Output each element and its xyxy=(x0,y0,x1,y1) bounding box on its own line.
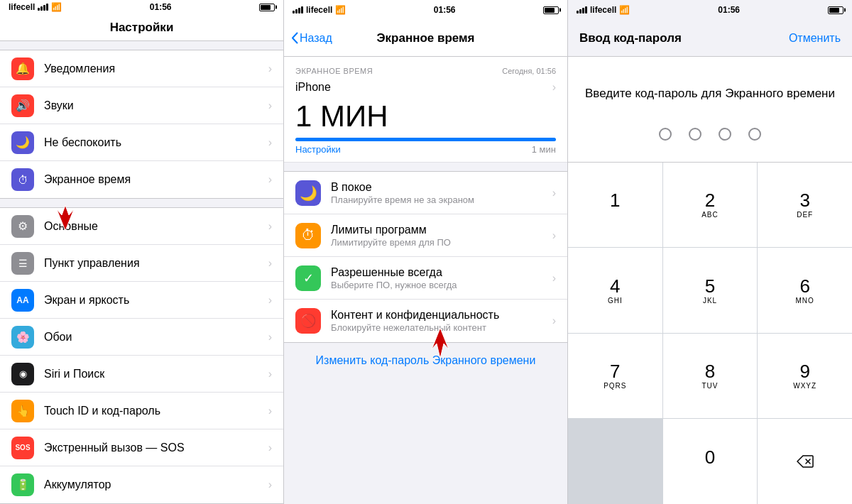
settings-item-general[interactable]: ⚙ Основные › xyxy=(0,208,283,245)
wallpaper-glyph: 🌸 xyxy=(16,331,30,344)
progress-bar xyxy=(295,138,556,141)
dnd-label: Не беспокоить xyxy=(44,136,268,149)
wifi-icon-2: 📶 xyxy=(335,5,346,15)
key-empty xyxy=(568,419,662,504)
settings-item-wallpaper[interactable]: 🌸 Обои › xyxy=(0,319,283,356)
passcode-dot-4 xyxy=(748,128,761,141)
carrier-3: lifecell xyxy=(590,5,616,15)
sos-glyph: SOS xyxy=(15,444,30,451)
chevron-icon: › xyxy=(552,272,556,285)
sounds-glyph: 🔊 xyxy=(16,99,30,112)
screentime-icon: ⏱ xyxy=(11,168,34,191)
chevron-icon: › xyxy=(268,442,272,454)
nav-bar-1: Настройки xyxy=(0,14,283,41)
contentprivacy-text: Контент и конфиденциальность Блокируйте … xyxy=(331,309,552,333)
status-right-3 xyxy=(828,6,843,14)
alwaysallowed-title: Разрешенные всегда xyxy=(331,266,552,279)
chevron-left-icon xyxy=(291,32,298,44)
key-8[interactable]: 8 TUV xyxy=(663,334,758,419)
device-name: iPhone xyxy=(295,81,331,94)
key-4-letters: GHI xyxy=(608,297,623,305)
passcode-dot-3 xyxy=(719,128,731,141)
key-3[interactable]: 3 DEF xyxy=(758,163,852,248)
status-bar-2: lifecell 📶 01:56 xyxy=(284,0,567,20)
change-code-link[interactable]: Изменить код-пароль Экранного времени xyxy=(316,354,536,366)
menu-item-downtime[interactable]: 🌙 В покое Планируйте время не за экраном… xyxy=(284,172,567,214)
device-row[interactable]: iPhone › xyxy=(295,81,556,97)
back-button[interactable]: Назад xyxy=(291,32,332,45)
section-label: ЭКРАННОЕ ВРЕМЯ xyxy=(295,67,373,75)
status-right-1 xyxy=(259,4,275,11)
delete-icon xyxy=(797,455,814,468)
passcode-nav: Ввод код-пароля Отменить xyxy=(568,20,852,57)
downtime-glyph: 🌙 xyxy=(300,185,317,202)
wifi-icon-1: 📶 xyxy=(51,2,62,12)
wallpaper-icon: 🌸 xyxy=(11,326,34,349)
key-0-num: 0 xyxy=(705,448,715,466)
settings-item-sounds[interactable]: 🔊 Звуки › xyxy=(0,87,283,124)
chevron-icon: › xyxy=(268,220,272,233)
passcode-dots xyxy=(568,128,852,141)
time-display: 1 МИН xyxy=(295,99,556,133)
key-delete[interactable] xyxy=(758,419,852,504)
settings-item-dnd[interactable]: 🌙 Не беспокоить › xyxy=(0,124,283,161)
screentime-panel: lifecell 📶 01:56 Назад Экранное время ЭК… xyxy=(284,0,568,504)
settings-group-2: ⚙ Основные › ☰ Пункт управления › AA Экр… xyxy=(0,207,283,504)
menu-item-contentprivacy[interactable]: 🚫 Контент и конфиденциальность Блокируйт… xyxy=(284,300,567,342)
key-9-letters: WXYZ xyxy=(793,382,816,390)
settings-item-siri[interactable]: ◉ Siri и Поиск › xyxy=(0,356,283,393)
screentime-glyph: ⏱ xyxy=(18,174,28,186)
touchid-label: Touch ID и код-пароль xyxy=(44,405,268,417)
menu-item-alwaysallowed[interactable]: ✓ Разрешенные всегда Выберите ПО, нужное… xyxy=(284,257,567,300)
key-5-num: 5 xyxy=(705,277,715,295)
alwaysallowed-glyph: ✓ xyxy=(303,270,314,286)
key-0[interactable]: 0 xyxy=(663,419,758,504)
menu-item-applimits[interactable]: ⏱ Лимиты программ Лимитируйте время для … xyxy=(284,214,567,257)
key-6-num: 6 xyxy=(799,277,809,295)
signal-bars-1 xyxy=(38,4,48,11)
dnd-icon: 🌙 xyxy=(11,131,34,154)
settings-item-screentime[interactable]: ⏱ Экранное время › xyxy=(0,161,283,198)
key-3-letters: DEF xyxy=(797,211,813,219)
key-7[interactable]: 7 PQRS xyxy=(568,334,662,419)
settings-item-battery[interactable]: 🔋 Аккумулятор › xyxy=(0,466,283,503)
notifications-glyph: 🔔 xyxy=(16,62,30,75)
key-1[interactable]: 1 xyxy=(568,163,662,248)
device-chevron: › xyxy=(552,81,556,94)
battery-icon-3 xyxy=(828,6,843,14)
chevron-icon: › xyxy=(268,405,272,417)
screentime-header: ЭКРАННОЕ ВРЕМЯ Сегодня, 01:56 iPhone › 1… xyxy=(284,57,567,163)
notifications-icon: 🔔 xyxy=(11,57,34,80)
settings-item-sos[interactable]: SOS Экстренный вызов — SOS › xyxy=(0,429,283,466)
status-bar-1: lifecell 📶 01:56 xyxy=(0,0,283,14)
applimits-icon: ⏱ xyxy=(295,223,321,248)
chevron-icon: › xyxy=(268,173,272,186)
settings-item-display[interactable]: AA Экран и яркость › xyxy=(0,282,283,319)
dnd-glyph: 🌙 xyxy=(16,136,30,149)
display-label: Экран и яркость xyxy=(44,294,268,307)
screentime-label: Экранное время xyxy=(44,173,268,186)
status-left-2: lifecell 📶 xyxy=(293,5,346,15)
key-4[interactable]: 4 GHI xyxy=(568,248,662,333)
key-5[interactable]: 5 JKL xyxy=(663,248,758,333)
settings-item-notifications[interactable]: 🔔 Уведомления › xyxy=(0,50,283,87)
key-1-letters xyxy=(613,211,616,219)
screentime-menu: 🌙 В покое Планируйте время не за экраном… xyxy=(284,171,567,343)
key-2[interactable]: 2 ABC xyxy=(663,163,758,248)
applimits-text: Лимиты программ Лимитируйте время для ПО xyxy=(331,224,552,248)
status-right-2 xyxy=(543,6,559,14)
passcode-cancel-button[interactable]: Отменить xyxy=(789,32,841,45)
chevron-icon: › xyxy=(268,62,272,75)
key-7-num: 7 xyxy=(610,362,620,380)
settings-row[interactable]: Настройки 1 мин xyxy=(295,144,556,155)
chevron-icon: › xyxy=(268,294,272,307)
key-6[interactable]: 6 MNO xyxy=(758,248,852,333)
settings-item-controlcenter[interactable]: ☰ Пункт управления › xyxy=(0,245,283,282)
key-9[interactable]: 9 WXYZ xyxy=(758,334,852,419)
section-date: Сегодня, 01:56 xyxy=(502,67,556,75)
settings-item-touchid[interactable]: 👆 Touch ID и код-пароль › xyxy=(0,393,283,429)
key-7-letters: PQRS xyxy=(604,382,626,390)
chevron-icon: › xyxy=(552,314,556,327)
controlcenter-label: Пункт управления xyxy=(44,257,268,270)
touchid-glyph: 👆 xyxy=(16,405,30,417)
